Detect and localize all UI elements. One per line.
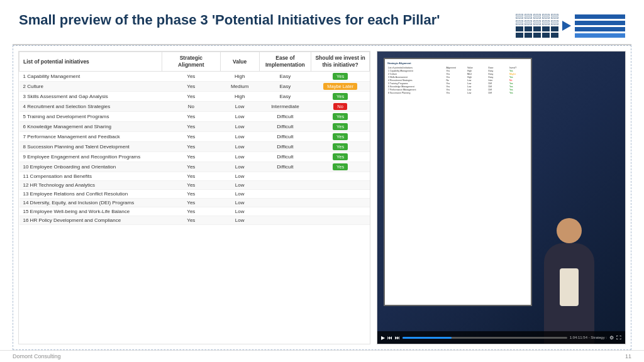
alignment-value: Yes <box>162 172 220 181</box>
table-row: 12 HR Technology and AnalyticsYesLow <box>19 181 370 190</box>
initiative-name: 7 Performance Management and Feedback <box>19 132 162 142</box>
invest-cell: Yes <box>311 152 370 162</box>
footer-brand: Domont Consulting <box>13 353 61 359</box>
invest-cell: Maybe Later <box>311 82 370 92</box>
value-cell: Low <box>220 172 259 181</box>
table-row: 6 Knowledge Management and SharingYesLow… <box>19 122 370 132</box>
alignment-value: Yes <box>162 82 220 92</box>
alignment-value: Yes <box>162 152 220 162</box>
value-cell: Low <box>220 102 259 112</box>
video-controls[interactable]: ▶ ⏮ ⏭ 1:04:11:54 - Strategy : ⚙ ⛶ <box>377 331 625 344</box>
invest-cell <box>311 190 370 199</box>
ease-cell <box>259 199 311 207</box>
table-row: 5 Training and Development ProgramsYesLo… <box>19 112 370 122</box>
settings-button[interactable]: ⚙ <box>609 335 614 341</box>
page: Small preview of the phase 3 'Potential … <box>0 0 644 362</box>
alignment-value: Yes <box>162 181 220 190</box>
ease-cell: Difficult <box>259 132 311 142</box>
content-area: List of potential initiatives Strategic … <box>13 45 631 350</box>
table-row: 9 Employee Engagement and Recognition Pr… <box>19 152 370 162</box>
alignment-value: Yes <box>162 216 220 225</box>
value-cell: Low <box>220 132 259 142</box>
ease-cell: Intermediate <box>259 102 311 112</box>
grid-icon <box>516 14 558 38</box>
value-cell: Low <box>220 142 259 152</box>
footer: Domont Consulting 11 <box>0 350 644 362</box>
ease-cell: Difficult <box>259 122 311 132</box>
screen-display: Strategic Alignment List of potential in… <box>384 58 532 306</box>
fullscreen-button[interactable]: ⛶ <box>616 335 621 341</box>
arrow-right-icon <box>562 21 571 31</box>
blue-bars-graphic <box>575 14 625 38</box>
ease-cell <box>259 190 311 199</box>
value-cell: Low <box>220 162 259 172</box>
table-row: 3 Skills Assessment and Gap AnalysisYesH… <box>19 92 370 102</box>
ease-cell: Difficult <box>259 162 311 172</box>
value-cell: Low <box>220 181 259 190</box>
invest-cell: Yes <box>311 122 370 132</box>
col-header-invest: Should we invest in this initiative? <box>311 52 370 72</box>
value-cell: High <box>220 92 259 102</box>
ease-cell: Easy <box>259 72 311 82</box>
alignment-value: Yes <box>162 162 220 172</box>
table-row: 15 Employee Well-being and Work-Life Bal… <box>19 207 370 216</box>
presenter-figure <box>514 52 625 344</box>
invest-cell: Yes <box>311 72 370 82</box>
ease-cell <box>259 172 311 181</box>
table-row: 2 CultureYesMediumEasyMaybe Later <box>19 82 370 92</box>
invest-cell: Yes <box>311 92 370 102</box>
table-row: 13 Employee Relations and Conflict Resol… <box>19 190 370 199</box>
table-row: 1 Capability ManagementYesHighEasyYes <box>19 72 370 82</box>
value-cell: Low <box>220 216 259 225</box>
time-display: 1:04:11:54 - Strategy : <box>570 336 607 339</box>
table-row: 4 Recruitment and Selection StrategiesNo… <box>19 102 370 112</box>
value-cell: Low <box>220 207 259 216</box>
play-button[interactable]: ▶ <box>381 335 385 341</box>
progress-fill <box>402 337 452 339</box>
ease-cell <box>259 216 311 225</box>
skip-forward-button[interactable]: ⏭ <box>395 335 400 341</box>
invest-cell <box>311 172 370 181</box>
ease-cell: Difficult <box>259 112 311 122</box>
invest-cell: Yes <box>311 162 370 172</box>
initiative-name: 8 Succession Planning and Talent Develop… <box>19 142 162 152</box>
invest-cell <box>311 199 370 207</box>
value-cell: Low <box>220 190 259 199</box>
value-cell: High <box>220 72 259 82</box>
ease-cell: Easy <box>259 82 311 92</box>
invest-cell <box>311 181 370 190</box>
progress-bar[interactable] <box>402 337 567 339</box>
table-row: 14 Diversity, Equity, and Inclusion (DEI… <box>19 199 370 207</box>
ease-cell: Easy <box>259 92 311 102</box>
table-row: 16 HR Policy Development and ComplianceY… <box>19 216 370 225</box>
invest-cell: Yes <box>311 112 370 122</box>
col-header-list: List of potential initiatives <box>19 52 162 72</box>
value-cell: Low <box>220 112 259 122</box>
initiatives-table: List of potential initiatives Strategic … <box>19 52 370 225</box>
ease-cell: Difficult <box>259 142 311 152</box>
alignment-value: No <box>162 102 220 112</box>
alignment-value: Yes <box>162 112 220 122</box>
skip-back-button[interactable]: ⏮ <box>387 335 392 341</box>
table-row: 7 Performance Management and FeedbackYes… <box>19 132 370 142</box>
value-cell: Low <box>220 122 259 132</box>
ease-cell <box>259 181 311 190</box>
invest-cell: Yes <box>311 142 370 152</box>
value-cell: Low <box>220 199 259 207</box>
col-header-alignment: Strategic Alignment <box>162 52 220 72</box>
alignment-value: Yes <box>162 142 220 152</box>
page-title: Small preview of the phase 3 'Potential … <box>19 11 440 30</box>
header-graphic <box>516 14 625 38</box>
alignment-value: Yes <box>162 72 220 82</box>
value-cell: Low <box>220 152 259 162</box>
ease-cell <box>259 207 311 216</box>
initiative-name: 13 Employee Relations and Conflict Resol… <box>19 190 162 199</box>
video-section[interactable]: Strategic Alignment List of potential in… <box>377 51 626 344</box>
alignment-value: Yes <box>162 122 220 132</box>
initiative-name: 11 Compensation and Benefits <box>19 172 162 181</box>
alignment-value: Yes <box>162 207 220 216</box>
video-content: Strategic Alignment List of potential in… <box>377 52 625 344</box>
alignment-value: Yes <box>162 190 220 199</box>
invest-cell <box>311 207 370 216</box>
initiative-name: 4 Recruitment and Selection Strategies <box>19 102 162 112</box>
